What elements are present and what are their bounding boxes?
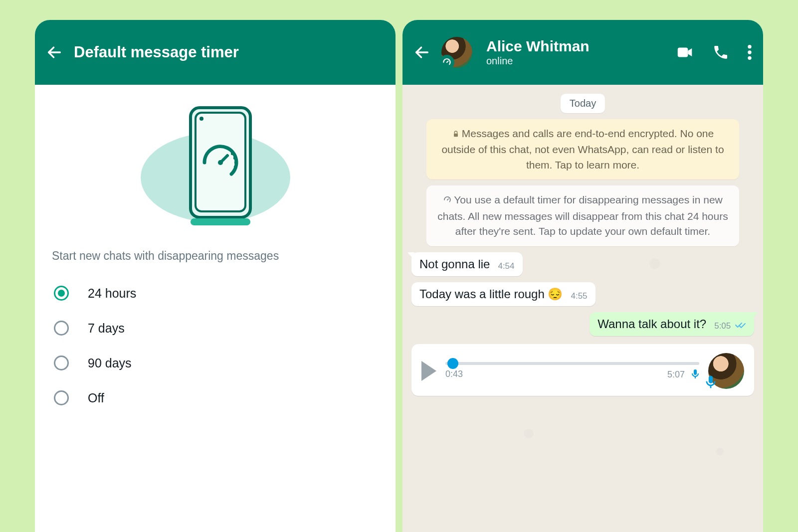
read-ticks-icon xyxy=(735,322,746,329)
svg-point-16 xyxy=(449,61,450,62)
radio-icon xyxy=(54,390,69,405)
svg-point-10 xyxy=(230,152,233,155)
message-time: 4:54 xyxy=(498,261,514,271)
voice-meta-right: 5:07 xyxy=(667,369,699,380)
svg-rect-29 xyxy=(694,369,697,375)
svg-point-26 xyxy=(450,199,451,200)
svg-point-6 xyxy=(232,170,235,173)
svg-point-9 xyxy=(233,157,236,160)
svg-point-22 xyxy=(748,56,751,60)
encryption-text: Messages and calls are end-to-end encryp… xyxy=(441,128,724,171)
voice-call-button[interactable] xyxy=(712,44,729,61)
appbar: Alice Whitman online xyxy=(402,20,763,85)
svg-point-7 xyxy=(233,166,236,169)
svg-point-14 xyxy=(449,63,450,64)
svg-point-4 xyxy=(200,117,203,121)
contact-avatar[interactable] xyxy=(441,37,472,68)
voice-elapsed: 0:43 xyxy=(445,369,463,379)
disappearing-timer-icon xyxy=(439,55,454,70)
message-text: Today was a little rough 😔 xyxy=(419,287,563,301)
radio-icon xyxy=(54,286,69,301)
voice-slider[interactable] xyxy=(445,362,699,365)
message-row: Today was a little rough 😔 4:55 xyxy=(411,282,754,306)
appbar: Default message timer xyxy=(35,20,396,85)
voice-message[interactable]: 0:43 5:07 xyxy=(411,344,754,396)
date-chip: Today xyxy=(561,94,605,113)
date-chip-row: Today xyxy=(411,94,754,113)
play-button[interactable] xyxy=(421,361,436,381)
outgoing-message[interactable]: Wanna talk about it? 5:05 xyxy=(590,312,754,336)
svg-point-15 xyxy=(449,62,450,63)
option-24-hours[interactable]: 24 hours xyxy=(50,276,381,311)
incoming-message[interactable]: Not gonna lie 4:54 xyxy=(411,252,523,276)
option-label: 90 days xyxy=(88,356,132,370)
settings-screen: Default message timer xyxy=(35,20,396,532)
option-label: Off xyxy=(88,391,104,405)
chat-body[interactable]: Today Messages and calls are end-to-end … xyxy=(402,85,763,532)
settings-body: Start new chats with disappearing messag… xyxy=(35,85,396,532)
video-call-button[interactable] xyxy=(675,43,694,62)
time-value: 5:05 xyxy=(714,321,731,331)
contact-status: online xyxy=(486,55,664,67)
timer-notice[interactable]: You use a default timer for disappearing… xyxy=(426,185,739,246)
incoming-message[interactable]: Today was a little rough 😔 4:55 xyxy=(411,282,596,306)
option-off[interactable]: Off xyxy=(50,380,381,415)
voice-sender-avatar xyxy=(708,353,744,389)
section-label: Start new chats with disappearing messag… xyxy=(52,249,381,263)
mic-icon xyxy=(705,375,716,391)
svg-rect-19 xyxy=(678,48,688,57)
svg-point-28 xyxy=(447,199,448,200)
svg-point-21 xyxy=(748,50,751,54)
lock-icon xyxy=(452,127,460,142)
svg-rect-23 xyxy=(454,134,458,137)
timer-icon xyxy=(443,193,452,208)
voice-meta: 0:43 5:07 xyxy=(445,369,699,380)
message-time: 5:05 xyxy=(714,321,746,331)
appbar-actions xyxy=(675,43,752,62)
chat-screen: Alice Whitman online Today Messages and … xyxy=(402,20,763,532)
option-label: 7 days xyxy=(88,321,125,336)
svg-rect-31 xyxy=(709,375,713,383)
contact-name: Alice Whitman xyxy=(486,38,664,54)
radio-icon xyxy=(54,321,69,336)
mic-icon xyxy=(691,369,699,379)
contact-header[interactable]: Alice Whitman online xyxy=(486,38,664,67)
option-7-days[interactable]: 7 days xyxy=(50,311,381,346)
back-button[interactable] xyxy=(413,44,430,61)
svg-rect-5 xyxy=(191,218,250,225)
message-row: Not gonna lie 4:54 xyxy=(411,252,754,276)
hero-illustration xyxy=(50,95,381,245)
timer-options: 24 hours 7 days 90 days Off xyxy=(50,276,381,415)
message-row: Wanna talk about it? 5:05 xyxy=(411,312,754,336)
timer-notice-text: You use a default timer for disappearing… xyxy=(437,194,728,237)
svg-point-8 xyxy=(234,161,237,164)
option-90-days[interactable]: 90 days xyxy=(50,346,381,380)
encryption-notice[interactable]: Messages and calls are end-to-end encryp… xyxy=(426,119,739,179)
voice-track: 0:43 5:07 xyxy=(445,362,699,380)
message-text: Not gonna lie xyxy=(419,257,490,271)
svg-point-20 xyxy=(748,45,751,48)
radio-icon xyxy=(54,355,69,370)
svg-point-18 xyxy=(446,62,447,63)
message-time: 4:55 xyxy=(571,291,587,301)
option-label: 24 hours xyxy=(88,286,136,301)
message-text: Wanna talk about it? xyxy=(598,317,706,331)
voice-total: 5:07 xyxy=(667,369,685,379)
svg-point-25 xyxy=(450,200,451,201)
page-title: Default message timer xyxy=(74,43,385,61)
svg-point-24 xyxy=(450,200,451,201)
more-menu-button[interactable] xyxy=(747,44,752,61)
slider-thumb[interactable] xyxy=(447,358,458,369)
back-button[interactable] xyxy=(46,44,63,61)
